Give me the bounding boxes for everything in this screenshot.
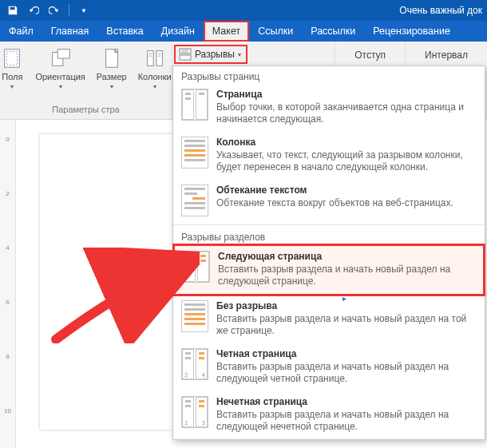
- menu-item-even-page[interactable]: 2 4 Четная страница Вставить разрыв разд…: [173, 343, 485, 391]
- page-setup-group-label: Параметры стра: [52, 103, 119, 117]
- ruler-mark: 6: [0, 299, 15, 306]
- dropdown-separator: [173, 224, 485, 225]
- document-title: Очень важный док: [399, 5, 487, 16]
- menu-item-odd-page[interactable]: 1 3 Нечетная страница Вставить разрыв ра…: [173, 391, 485, 439]
- menu-item-desc: Вставить разрыв раздела и начать новый р…: [216, 313, 477, 337]
- quick-access-toolbar: ▼: [0, 4, 97, 17]
- menu-item-title: Страница: [216, 89, 477, 100]
- tab-home[interactable]: Главная: [42, 21, 98, 42]
- tab-layout[interactable]: Макет: [204, 21, 249, 42]
- svg-rect-5: [147, 51, 153, 66]
- menu-item-continuous[interactable]: Без разрыва Вставить разрыв раздела и на…: [173, 295, 485, 343]
- columns-button[interactable]: Колонки▾: [135, 45, 175, 92]
- orientation-label: Ориентация: [35, 72, 85, 81]
- page-break-icon: [181, 89, 208, 121]
- menu-item-desc: Обтекание текста вокруг объектов на веб-…: [216, 197, 453, 209]
- next-page-icon: [183, 251, 210, 283]
- spacing-label: Интервал: [417, 46, 476, 64]
- save-icon[interactable]: [6, 4, 19, 17]
- document-page[interactable]: [40, 134, 176, 430]
- menu-item-desc: Вставить разрыв раздела и начать новый р…: [216, 361, 477, 385]
- qat-customize-icon[interactable]: ▼: [77, 4, 90, 17]
- tab-insert[interactable]: Вставка: [97, 21, 152, 42]
- menu-item-next-page[interactable]: Следующая страница Вставить разрыв разде…: [172, 244, 485, 296]
- ribbon-tabs: Файл Главная Вставка Дизайн Макет Ссылки…: [0, 21, 487, 42]
- menu-item-page-break[interactable]: Страница Выбор точки, в которой заканчив…: [173, 84, 485, 132]
- margins-label: Поля: [2, 72, 22, 81]
- chevron-down-icon: ▾: [59, 83, 62, 90]
- menu-item-desc: Указывает, что текст, следующий за разры…: [216, 149, 477, 173]
- menu-item-desc: Выбор точки, в которой заканчивается одн…: [216, 101, 477, 125]
- breaks-label: Разрывы: [195, 49, 235, 60]
- orientation-button[interactable]: Ориентация▾: [32, 45, 88, 92]
- svg-rect-6: [156, 51, 163, 66]
- text-wrapping-icon: [181, 184, 208, 216]
- menu-item-title: Четная страница: [216, 348, 477, 359]
- column-break-icon: [181, 137, 208, 168]
- ruler-mark: 0: [0, 136, 15, 143]
- columns-label: Колонки: [138, 72, 172, 81]
- svg-rect-12: [180, 55, 191, 60]
- even-page-icon: 2 4: [181, 348, 208, 380]
- menu-item-title: Нечетная страница: [216, 396, 477, 407]
- menu-item-title: Колонка: [216, 137, 477, 148]
- dropdown-section-page-breaks: Разрывы страниц: [173, 66, 485, 84]
- continuous-icon: [181, 300, 208, 332]
- chevron-down-icon: ▾: [110, 83, 113, 90]
- tab-references[interactable]: Ссылки: [249, 21, 302, 42]
- tab-file[interactable]: Файл: [0, 21, 42, 42]
- vertical-ruler[interactable]: 0246810: [0, 120, 16, 448]
- ruler-mark: 4: [0, 244, 15, 252]
- tab-mailings[interactable]: Рассылки: [302, 21, 364, 42]
- title-bar: ▼ Очень важный док: [0, 0, 487, 21]
- breaks-dropdown: Разрывы страниц Страница Выбор точки, в …: [172, 65, 485, 440]
- tab-review[interactable]: Рецензирование: [364, 21, 459, 42]
- redo-icon[interactable]: [48, 4, 61, 17]
- ruler-mark: 10: [0, 407, 15, 414]
- size-label: Размер: [97, 72, 127, 81]
- tab-design[interactable]: Дизайн: [152, 21, 204, 42]
- menu-item-desc: Вставить разрыв раздела и начать новый р…: [216, 409, 477, 433]
- dropdown-section-section-breaks: Разрывы разделов: [173, 227, 485, 244]
- margins-button[interactable]: Поля▾: [0, 45, 27, 92]
- undo-icon[interactable]: [27, 4, 40, 17]
- page-setup-group: Поля▾ Ориентация▾ Размер▾ Колонки▾ Парам…: [0, 42, 172, 119]
- menu-item-column-break[interactable]: Колонка Указывает, что текст, следующий …: [173, 132, 485, 180]
- size-button[interactable]: Размер▾: [93, 45, 130, 92]
- menu-item-title: Обтекание текстом: [216, 184, 453, 196]
- breaks-button[interactable]: Разрывы ▾: [174, 45, 247, 64]
- svg-rect-3: [57, 50, 69, 58]
- menu-item-title: Без разрыва: [216, 300, 477, 311]
- menu-item-title: Следующая страница: [218, 251, 475, 262]
- ruler-mark: 2: [0, 190, 15, 197]
- chevron-down-icon: ▾: [153, 83, 156, 90]
- chevron-down-icon: ▾: [238, 51, 241, 58]
- svg-rect-0: [5, 50, 20, 68]
- chevron-down-icon: ▾: [10, 83, 14, 90]
- indent-label: Отступ: [346, 46, 394, 64]
- menu-item-desc: Вставить разрыв раздела и начать новый р…: [218, 264, 475, 287]
- ruler-mark: 8: [0, 353, 15, 360]
- qat-separator: [69, 4, 69, 17]
- svg-rect-11: [180, 49, 191, 54]
- menu-item-text-wrapping-break[interactable]: Обтекание текстом Обтекание текста вокру…: [173, 180, 485, 223]
- odd-page-icon: 1 3: [181, 396, 208, 428]
